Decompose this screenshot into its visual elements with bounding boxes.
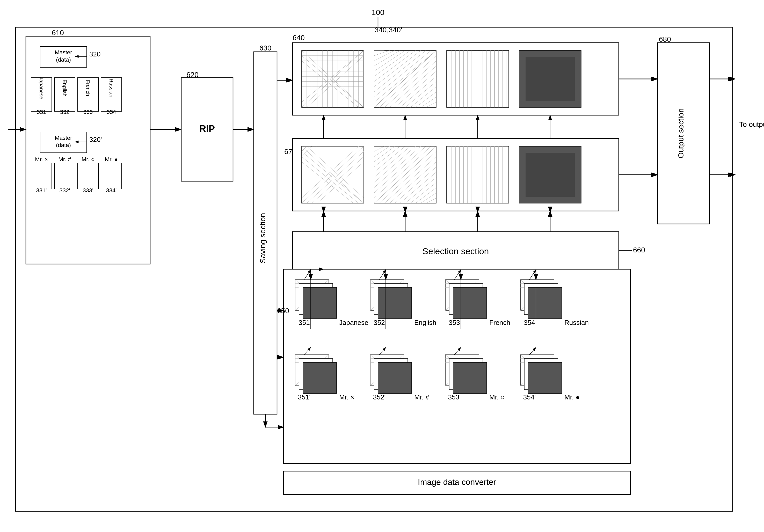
- svg-rect-202: [453, 287, 487, 318]
- svg-rect-157: [525, 153, 575, 197]
- ref331-label: 331: [37, 109, 46, 115]
- ref352-label: 352: [374, 319, 385, 326]
- image-data-converter-label: Image data converter: [418, 477, 496, 487]
- output-section-label: Output section: [676, 108, 685, 158]
- lbl-french-label: French: [489, 319, 510, 326]
- ref334p-label: 334': [106, 187, 117, 194]
- svg-rect-226: [378, 362, 412, 394]
- ref333-label: 333: [84, 109, 93, 115]
- ref610-label: 610: [52, 29, 64, 37]
- lbl-japanese-label: Japanese: [339, 319, 368, 326]
- svg-rect-24: [78, 163, 98, 189]
- svg-text:French: French: [85, 80, 91, 96]
- ref353-label: 353: [449, 319, 460, 326]
- ref320p-label: 320': [89, 136, 102, 143]
- ref354-label: 354: [524, 319, 535, 326]
- master-data-label: Master: [55, 49, 72, 56]
- svg-rect-22: [54, 163, 75, 189]
- svg-text:Mr. ×: Mr. ×: [35, 156, 48, 163]
- ref332p-label: 332': [60, 187, 70, 194]
- ref331p-label: 331': [36, 187, 47, 194]
- ref351-label: 351: [298, 319, 310, 326]
- ref353p-label: 353': [448, 393, 461, 401]
- ref352p-label: 352': [373, 393, 386, 401]
- svg-rect-210: [528, 287, 562, 318]
- ref351p-label: 351': [298, 393, 310, 401]
- lbl-mr-dot-label: Mr. ●: [564, 393, 580, 401]
- ref354p-label: 354': [523, 393, 536, 401]
- svg-rect-186: [303, 287, 336, 318]
- rip-label: RIP: [199, 123, 215, 134]
- lbl-mr-hash-label: Mr. #: [414, 393, 429, 401]
- ref640-label: 640: [292, 34, 305, 42]
- ref660-label: 660: [633, 246, 645, 254]
- svg-rect-26: [101, 163, 122, 189]
- svg-rect-242: [528, 362, 562, 394]
- svg-text:Russian: Russian: [108, 79, 114, 97]
- svg-rect-103: [525, 57, 575, 101]
- svg-text:(data): (data): [56, 142, 71, 148]
- ref334-label: 334: [107, 109, 116, 115]
- svg-rect-194: [378, 287, 412, 318]
- saving-section-label: Saving section: [258, 213, 267, 263]
- svg-text:Mr. #: Mr. #: [59, 156, 72, 163]
- ref630-label: 630: [260, 44, 272, 52]
- ref332-label: 332: [60, 109, 70, 115]
- ref620-label: 620: [186, 71, 199, 79]
- svg-text:Master: Master: [55, 135, 72, 141]
- svg-text:English: English: [62, 80, 68, 96]
- to-output-machine-label: To output machine: [739, 120, 764, 128]
- ref340-340p-label: 340,340': [375, 26, 402, 34]
- ref320-label: 320: [89, 50, 100, 58]
- lbl-russian-label: Russian: [564, 319, 589, 326]
- selection-section-label: Selection section: [422, 246, 489, 256]
- svg-text:(data): (data): [56, 57, 71, 63]
- svg-text:Japanese: Japanese: [39, 77, 44, 99]
- ref333p-label: 333': [83, 187, 94, 194]
- svg-text:Mr. ●: Mr. ●: [105, 156, 118, 163]
- lbl-mr-o-label: Mr. ○: [489, 393, 504, 401]
- svg-text:Mr. ○: Mr. ○: [82, 156, 95, 163]
- ref100-label: 100: [371, 8, 384, 17]
- lbl-english-label: English: [414, 319, 436, 326]
- lbl-mr-x-label: Mr. ×: [339, 393, 354, 401]
- ref680-label: 680: [659, 35, 671, 43]
- svg-rect-20: [31, 163, 52, 189]
- svg-rect-234: [453, 362, 487, 394]
- svg-rect-218: [303, 362, 336, 394]
